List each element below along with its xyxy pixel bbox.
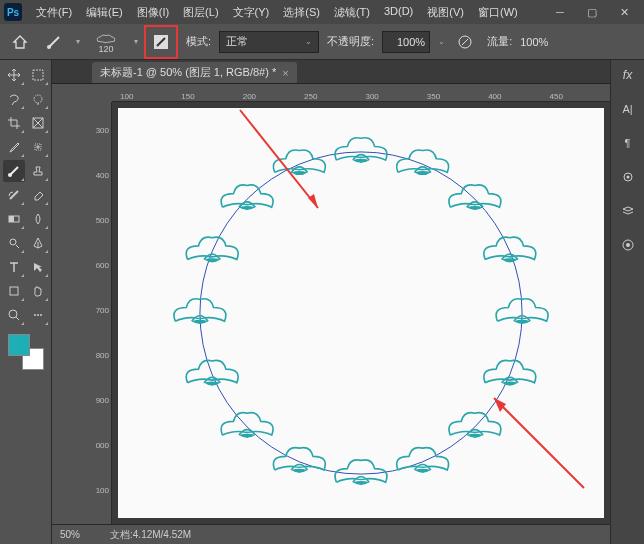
chevron-down-icon: ⌄ xyxy=(305,37,312,46)
marquee-tool[interactable] xyxy=(27,64,49,86)
move-tool[interactable] xyxy=(3,64,25,86)
canvas[interactable] xyxy=(118,108,604,518)
menu-edit[interactable]: 编辑(E) xyxy=(80,3,129,22)
brush-tool-icon[interactable] xyxy=(40,28,68,56)
svg-point-0 xyxy=(47,45,51,49)
opacity-value: 100% xyxy=(397,36,425,48)
svg-point-4 xyxy=(34,95,42,103)
app-icon: Ps xyxy=(4,3,22,21)
status-bar: 50% 文档:4.12M/4.52M xyxy=(52,524,610,544)
svg-rect-11 xyxy=(10,287,18,295)
history-brush-tool[interactable] xyxy=(3,184,25,206)
menu-file[interactable]: 文件(F) xyxy=(30,3,78,22)
shape-tool[interactable] xyxy=(3,280,25,302)
type-tool[interactable] xyxy=(3,256,25,278)
menu-filter[interactable]: 滤镜(T) xyxy=(328,3,376,22)
edit-toolbar[interactable] xyxy=(27,304,49,326)
svg-point-24 xyxy=(626,243,630,247)
pressure-opacity-icon[interactable] xyxy=(451,28,479,56)
crop-tool[interactable] xyxy=(3,112,25,134)
path-select-tool[interactable] xyxy=(27,256,49,278)
close-button[interactable]: ✕ xyxy=(608,2,640,22)
brush-preset[interactable]: 120 xyxy=(86,28,126,56)
flow-label: 流量: xyxy=(487,34,512,49)
brush-tool[interactable] xyxy=(3,160,25,182)
options-bar: ▾ 120 ▾ 模式: 正常 ⌄ 不透明度: 100% ⌄ 流量: 100% xyxy=(0,24,644,60)
svg-point-22 xyxy=(626,176,629,179)
frame-tool[interactable] xyxy=(27,112,49,134)
fx-panel-icon[interactable]: fx xyxy=(617,64,639,86)
menu-3d[interactable]: 3D(D) xyxy=(378,3,419,22)
quick-select-tool[interactable] xyxy=(27,88,49,110)
lasso-tool[interactable] xyxy=(3,88,25,110)
svg-point-15 xyxy=(40,314,42,316)
channels-panel-icon[interactable] xyxy=(617,234,639,256)
color-swatches[interactable] xyxy=(8,334,44,370)
zoom-level[interactable]: 50% xyxy=(60,529,80,540)
maximize-button[interactable]: ▢ xyxy=(576,2,608,22)
dodge-tool[interactable] xyxy=(3,232,25,254)
eyedropper-tool[interactable] xyxy=(3,136,25,158)
eraser-tool[interactable] xyxy=(27,184,49,206)
blend-mode-value: 正常 xyxy=(226,34,248,49)
svg-rect-9 xyxy=(9,216,14,222)
svg-point-13 xyxy=(34,314,36,316)
brush-size-label: 120 xyxy=(98,44,113,54)
foreground-color-swatch[interactable] xyxy=(8,334,30,356)
document-tab-title: 未标题-1 @ 50% (图层 1, RGB/8#) * xyxy=(100,65,276,80)
menu-type[interactable]: 文字(Y) xyxy=(227,3,276,22)
canvas-artwork xyxy=(118,108,604,518)
svg-point-16 xyxy=(200,152,522,474)
tools-panel xyxy=(0,60,52,544)
mode-label: 模式: xyxy=(186,34,211,49)
properties-panel-icon[interactable] xyxy=(617,166,639,188)
chevron-down-icon[interactable]: ⌄ xyxy=(438,37,445,46)
opacity-input[interactable]: 100% xyxy=(382,31,430,53)
menu-image[interactable]: 图像(I) xyxy=(131,3,175,22)
gradient-tool[interactable] xyxy=(3,208,25,230)
menu-window[interactable]: 窗口(W) xyxy=(472,3,524,22)
svg-rect-3 xyxy=(33,70,43,80)
highlight-annotation xyxy=(144,25,178,59)
blend-mode-select[interactable]: 正常 ⌄ xyxy=(219,31,319,53)
menubar: 文件(F) 编辑(E) 图像(I) 图层(L) 文字(Y) 选择(S) 滤镜(T… xyxy=(30,3,524,22)
minimize-button[interactable]: ─ xyxy=(544,2,576,22)
close-icon[interactable]: × xyxy=(282,67,288,79)
ruler-vertical: 300400500600700800900000100 xyxy=(52,102,112,524)
menu-layer[interactable]: 图层(L) xyxy=(177,3,224,22)
ruler-horizontal: 100150200250300350400450500550 xyxy=(112,84,610,102)
svg-point-14 xyxy=(37,314,39,316)
zoom-tool[interactable] xyxy=(3,304,25,326)
blur-tool[interactable] xyxy=(27,208,49,230)
character-panel-icon[interactable]: A| xyxy=(617,98,639,120)
lotus-brush-icon xyxy=(92,30,120,44)
home-icon[interactable] xyxy=(6,28,34,56)
hand-tool[interactable] xyxy=(27,280,49,302)
chevron-down-icon[interactable]: ▾ xyxy=(134,37,138,46)
titlebar: Ps 文件(F) 编辑(E) 图像(I) 图层(L) 文字(Y) 选择(S) 滤… xyxy=(0,0,644,24)
doc-size-value: 4.12M/4.52M xyxy=(133,529,191,540)
document-tab[interactable]: 未标题-1 @ 50% (图层 1, RGB/8#) * × xyxy=(92,62,297,83)
stamp-tool[interactable] xyxy=(27,160,49,182)
brush-panel-toggle[interactable] xyxy=(147,28,175,56)
svg-point-12 xyxy=(9,310,17,318)
opacity-label: 不透明度: xyxy=(327,34,374,49)
layers-panel-icon[interactable] xyxy=(617,200,639,222)
healing-tool[interactable] xyxy=(27,136,49,158)
svg-point-10 xyxy=(10,239,16,245)
panel-dock: fx A| ¶ xyxy=(610,60,644,544)
pen-tool[interactable] xyxy=(27,232,49,254)
window-controls: ─ ▢ ✕ xyxy=(544,2,640,22)
paragraph-panel-icon[interactable]: ¶ xyxy=(617,132,639,154)
doc-size-label: 文档: xyxy=(110,529,133,540)
chevron-down-icon[interactable]: ▾ xyxy=(76,37,80,46)
svg-point-7 xyxy=(8,173,12,177)
menu-select[interactable]: 选择(S) xyxy=(277,3,326,22)
flow-value: 100% xyxy=(520,36,548,48)
menu-view[interactable]: 视图(V) xyxy=(421,3,470,22)
document-tabs: 未标题-1 @ 50% (图层 1, RGB/8#) * × xyxy=(52,60,610,84)
